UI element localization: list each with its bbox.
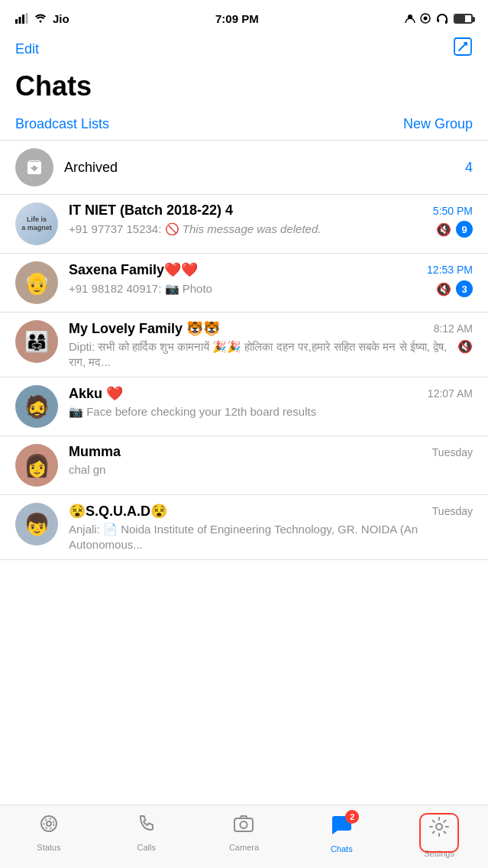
chat-name: Akku ❤️ [69, 385, 123, 402]
chat-time: 12:53 PM [427, 264, 473, 276]
svg-rect-2 [22, 15, 24, 24]
archived-count: 4 [465, 160, 473, 176]
chat-preview: chal gn [69, 462, 467, 478]
broadcast-lists-button[interactable]: Broadcast Lists [15, 116, 109, 132]
chat-time: Tuesday [432, 505, 473, 517]
svg-point-14 [436, 824, 442, 830]
carrier-signal: Jio [15, 12, 69, 25]
person-icon [405, 13, 415, 24]
circle-icon [420, 13, 431, 24]
list-item[interactable]: 🧔 Akku ❤️ 12:07 AM 📷 Face before checkin… [0, 377, 488, 436]
list-item[interactable]: 👴 Saxena Family❤️❤️ 12:53 PM +91 98182 4… [0, 254, 488, 313]
chat-preview: 📷 Face before checking your 12th board r… [69, 404, 467, 419]
chat-time: 8:12 AM [434, 322, 473, 335]
tab-chats[interactable]: 2 Chats [292, 813, 390, 853]
svg-rect-3 [26, 13, 28, 24]
chat-content: IT NIET (Batch 2018-22) 4 5:50 PM +91 97… [69, 202, 473, 238]
chat-content: Saxena Family❤️❤️ 12:53 PM +91 98182 409… [69, 261, 473, 297]
list-item[interactable]: Life isa magnet IT NIET (Batch 2018-22) … [0, 195, 488, 254]
mute-icon: 🔇 [436, 222, 451, 237]
tab-settings-label: Settings [424, 849, 454, 858]
list-item[interactable]: 👩 Mumma Tuesday chal gn [0, 436, 488, 495]
chat-time: 5:50 PM [433, 205, 473, 217]
tab-chats-label: Chats [331, 844, 353, 853]
chat-name: IT NIET (Batch 2018-22) 4 [69, 202, 233, 219]
unread-badge: 9 [456, 221, 473, 238]
archived-label: Archived [64, 160, 465, 176]
chat-name: 😵S.Q.U.A.D😵 [69, 503, 167, 520]
compose-icon [453, 37, 473, 57]
chat-preview: +91 98182 40917: 📷 Photo [69, 281, 430, 296]
status-time: 7:09 PM [215, 12, 259, 25]
archived-row[interactable]: Archived 4 [0, 141, 488, 195]
status-bar: Jio 7:09 PM [0, 0, 488, 34]
battery-icon [454, 14, 473, 24]
tab-settings[interactable]: Settings [390, 813, 488, 858]
svg-point-7 [423, 17, 427, 21]
svg-rect-1 [19, 17, 21, 24]
chat-name: Saxena Family❤️❤️ [69, 261, 198, 278]
list-item[interactable]: 👨‍👩‍👧 My Lovely Family 🐯🐯 8:12 AM Dipti:… [0, 313, 488, 377]
chat-content: 😵S.Q.U.A.D😵 Tuesday Anjali: 📄 Noida Inst… [69, 503, 473, 552]
camera-icon [233, 813, 254, 840]
chat-name: My Lovely Family 🐯🐯 [69, 320, 220, 337]
avatar: Life isa magnet [15, 202, 58, 245]
chat-time: 12:07 AM [428, 387, 473, 400]
tab-status-label: Status [37, 843, 60, 852]
page-title: Chats [15, 70, 473, 102]
page-title-section: Chats [0, 67, 488, 110]
chat-preview: +91 97737 15234: 🚫 This message was dele… [69, 222, 430, 237]
mute-icon: 🔇 [457, 339, 473, 354]
status-icons [405, 13, 473, 24]
avatar: 🧔 [15, 385, 58, 428]
status-icon [38, 813, 60, 840]
list-item[interactable]: 👦 😵S.Q.U.A.D😵 Tuesday Anjali: 📄 Noida In… [0, 495, 488, 560]
archived-icon [15, 148, 53, 186]
tab-calls[interactable]: Calls [98, 813, 196, 852]
chat-content: Mumma Tuesday chal gn [69, 444, 473, 478]
compose-button[interactable] [453, 37, 473, 61]
unread-badge: 3 [456, 280, 473, 297]
mute-icon: 🔇 [436, 282, 451, 296]
chat-list: Archived 4 Life isa magnet IT NIET (Batc… [0, 141, 488, 560]
archive-icon [25, 158, 44, 177]
chat-content: Akku ❤️ 12:07 AM 📷 Face before checking … [69, 385, 473, 419]
settings-icon [425, 813, 453, 846]
new-group-button[interactable]: New Group [403, 116, 473, 132]
tab-bar: Status Calls Camera 2 Chats [0, 805, 488, 868]
svg-point-10 [47, 821, 51, 826]
chat-time: Tuesday [432, 446, 473, 458]
chat-content: My Lovely Family 🐯🐯 8:12 AM Dipti: सभी क… [69, 320, 473, 369]
svg-rect-0 [15, 19, 18, 24]
header: Edit [0, 34, 488, 67]
chat-name: Mumma [69, 444, 121, 460]
svg-rect-12 [234, 818, 253, 831]
tab-status[interactable]: Status [0, 813, 98, 852]
chat-preview: Anjali: 📄 Noida Institute of Engineering… [69, 522, 467, 552]
chats-icon: 2 [330, 813, 353, 841]
avatar: 👨‍👩‍👧 [15, 320, 58, 363]
calls-icon [136, 813, 157, 840]
chat-preview: Dipti: सभी को हार्दिक शुभ कामनायें 🎉🎉 हो… [69, 339, 451, 369]
svg-point-11 [44, 819, 53, 829]
headphone-icon [435, 13, 449, 24]
avatar: 👴 [15, 261, 58, 304]
svg-point-13 [241, 821, 247, 828]
avatar: 👩 [15, 444, 58, 487]
chats-badge: 2 [345, 810, 359, 824]
tab-camera-label: Camera [229, 843, 259, 852]
edit-button[interactable]: Edit [15, 41, 39, 57]
action-bar: Broadcast Lists New Group [0, 110, 488, 141]
tab-camera[interactable]: Camera [196, 813, 293, 852]
tab-calls-label: Calls [137, 843, 155, 852]
avatar: 👦 [15, 503, 58, 546]
svg-point-4 [40, 21, 42, 23]
